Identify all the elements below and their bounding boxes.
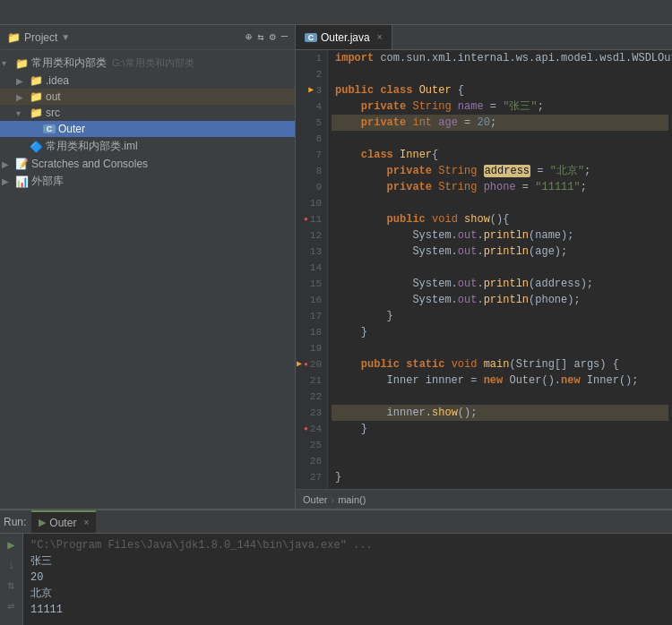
run-stop-icon[interactable]: ⇌	[7, 598, 14, 613]
code-line-26	[332, 453, 668, 469]
run-tab-label: Outer	[49, 517, 76, 529]
run-icon: ▶	[39, 517, 46, 528]
tree-item-extlib[interactable]: ▶ 📊 外部库	[0, 172, 295, 191]
line-num-9: 9	[296, 179, 327, 195]
code-line-18: }	[332, 324, 668, 340]
chevron-down-icon: ▼	[61, 32, 70, 42]
tree-label: 外部库	[31, 174, 64, 189]
iml-icon: 🔷	[29, 141, 43, 153]
run-output-line-3: 北京	[30, 586, 665, 602]
code-line-7: class Inner{	[332, 147, 668, 163]
line-num-22: 22	[296, 389, 327, 405]
code-line-20: public static void main(String[] args) {	[332, 356, 668, 372]
top-toolbar	[0, 0, 672, 25]
code-area[interactable]: import com.sun.xml.internal.ws.api.model…	[328, 50, 672, 489]
panel-title-label: Project	[24, 31, 57, 44]
tree-item-src[interactable]: ▾ 📁 src	[0, 105, 295, 121]
tree-item-outer[interactable]: C Outer	[0, 121, 295, 137]
run-output-line-4: 11111	[30, 602, 665, 618]
code-line-24: }	[332, 421, 668, 437]
tree-arrow: ▶	[16, 76, 29, 86]
line-num-14: 14	[296, 260, 327, 276]
extlib-icon: 📊	[14, 176, 29, 188]
expand-icon[interactable]: ⇆	[257, 30, 263, 44]
folder-icon: 📁	[14, 57, 29, 70]
line-num-24: ●24	[296, 421, 327, 437]
folder-icon: 📁	[29, 107, 43, 119]
file-tree: ▾ 📁 常用类和内部类 G:\常用类和内部类 ▶ 📁 .idea ▶ 📁 out…	[0, 50, 295, 509]
code-line-9: private String phone = "11111";	[332, 179, 668, 195]
tree-label: Outer	[58, 123, 85, 135]
add-icon[interactable]: ⊕	[246, 30, 252, 44]
run-panel: Run: ▶ Outer × ▶ ↓ ⇅ ⇌ "C:\Program Files…	[0, 509, 672, 625]
run-tab-close[interactable]: ×	[83, 518, 89, 527]
tree-item-out[interactable]: ▶ 📁 out	[0, 89, 295, 105]
line-num-6: 6	[296, 131, 327, 147]
breadcrumb-main[interactable]: main()	[338, 494, 366, 505]
tree-label: out	[46, 90, 61, 103]
run-play-icon[interactable]: ▶	[7, 537, 14, 552]
editor-panel: C Outer.java × 1 2 ▶3 4 5 6 7 8 9 10 ●11…	[296, 25, 672, 509]
line-num-7: 7	[296, 147, 327, 163]
run-label: Run:	[4, 516, 26, 528]
editor-tab-outer[interactable]: C Outer.java ×	[296, 25, 392, 49]
code-line-1: import com.sun.xml.internal.ws.api.model…	[332, 50, 668, 66]
code-line-8: private String address = "北京";	[332, 163, 668, 179]
line-num-5: 5	[296, 115, 327, 131]
tree-item-idea[interactable]: ▶ 📁 .idea	[0, 73, 295, 89]
code-line-5: private int age = 20;	[332, 115, 668, 131]
java-file-icon: C	[43, 124, 56, 133]
code-line-6	[332, 131, 668, 147]
tree-item-iml[interactable]: 🔷 常用类和内部类.iml	[0, 137, 295, 156]
line-num-17: 17	[296, 308, 327, 324]
line-num-21: 21	[296, 372, 327, 389]
tree-arrow: ▶	[16, 92, 29, 102]
code-line-12: System.out.println(name);	[332, 227, 668, 244]
tree-label: src	[46, 107, 60, 119]
line-num-25: 25	[296, 437, 327, 453]
code-line-14	[332, 260, 668, 276]
run-content: ▶ ↓ ⇅ ⇌ "C:\Program Files\Java\jdk1.8.0_…	[0, 534, 672, 625]
line-num-16: 16	[296, 292, 327, 308]
run-output: "C:\Program Files\Java\jdk1.8.0_144\bin\…	[23, 534, 672, 625]
panel-title: 📁 Project ▼	[7, 31, 70, 44]
tab-label: Outer.java	[321, 31, 370, 44]
tree-item-root[interactable]: ▾ 📁 常用类和内部类 G:\常用类和内部类	[0, 54, 295, 73]
code-line-17: }	[332, 308, 668, 324]
line-num-15: 15	[296, 276, 327, 292]
run-rerun-icon[interactable]: ⇅	[7, 578, 14, 593]
line-num-12: 12	[296, 227, 327, 244]
code-line-16: System.out.println(phone);	[332, 292, 668, 308]
code-line-21: Inner innner = new Outer().new Inner();	[332, 372, 668, 389]
close-icon[interactable]: —	[281, 30, 288, 44]
panel-header: 📁 Project ▼ ⊕ ⇆ ⚙ —	[0, 25, 295, 50]
run-output-line-1: 张三	[30, 553, 665, 569]
folder-icon: 📁	[7, 31, 21, 44]
line-num-27: 27	[296, 469, 327, 485]
run-toolbar: ▶ ↓ ⇅ ⇌	[0, 534, 23, 625]
line-num-8: 8	[296, 163, 327, 179]
tree-suffix: G:\常用类和内部类	[112, 56, 194, 70]
tree-item-scratches[interactable]: ▶ 📝 Scratches and Consoles	[0, 156, 295, 172]
gear-icon[interactable]: ⚙	[270, 30, 276, 44]
tab-close-icon[interactable]: ×	[377, 32, 383, 42]
code-line-10	[332, 195, 668, 211]
run-down-icon[interactable]: ↓	[7, 558, 14, 572]
line-num-23: 23	[296, 405, 327, 421]
line-num-2: 2	[296, 66, 327, 82]
run-tab-outer[interactable]: ▶ Outer ×	[31, 510, 96, 533]
tree-arrow: ▾	[16, 108, 29, 118]
panel-header-icons: ⊕ ⇆ ⚙ —	[246, 30, 288, 44]
code-line-11: public void show(){	[332, 211, 668, 227]
run-tabs: Run: ▶ Outer ×	[0, 510, 672, 534]
line-num-3: ▶3	[296, 82, 327, 98]
tree-arrow: ▶	[2, 159, 14, 169]
breadcrumb-outer[interactable]: Outer	[303, 494, 328, 505]
line-num-19: 19	[296, 340, 327, 356]
project-panel: 📁 Project ▼ ⊕ ⇆ ⚙ — ▾ 📁 常用类和内部类 G:\常用类和内…	[0, 25, 296, 509]
code-line-13: System.out.println(age);	[332, 244, 668, 260]
code-line-22	[332, 389, 668, 405]
scratches-icon: 📝	[14, 158, 29, 170]
code-line-2	[332, 66, 668, 82]
code-line-3: public class Outer {	[332, 82, 668, 98]
